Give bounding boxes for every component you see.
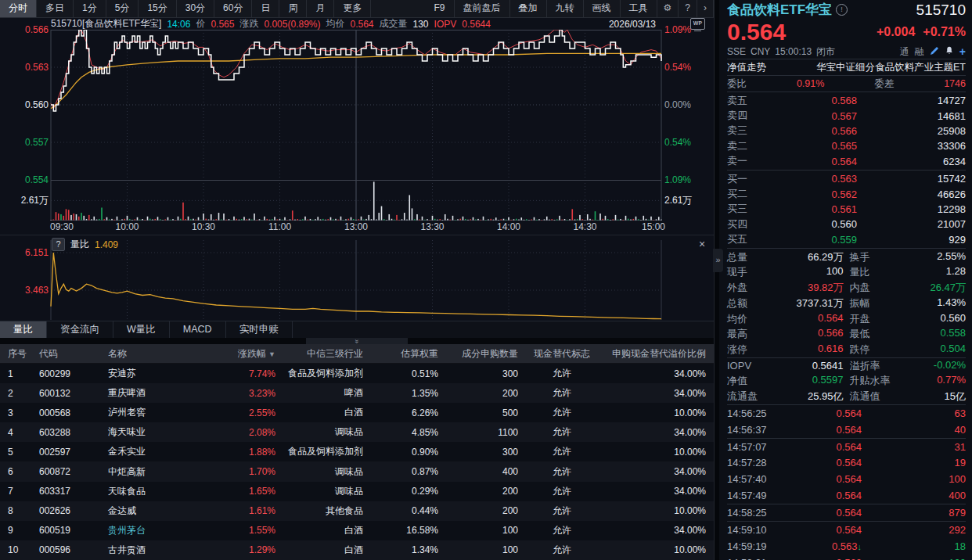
indicator-tab[interactable]: W量比 bbox=[113, 321, 170, 339]
stat-cell: 最低0.558 bbox=[844, 327, 967, 341]
table-row[interactable]: 4603288海天味业2.08%调味品4.85%1100允许34.00% bbox=[0, 422, 714, 442]
bell-icon[interactable] bbox=[945, 46, 954, 58]
table-row[interactable]: 2600132重庆啤酒3.23%啤酒1.35%200允许34.00% bbox=[0, 383, 714, 403]
pencil-icon[interactable] bbox=[930, 46, 939, 58]
industry: 调味品 bbox=[275, 425, 363, 439]
order-book-row: 卖二0.56533306 bbox=[727, 138, 966, 153]
cash-substitute-flag: 允许 bbox=[518, 367, 606, 380]
indicator-tab[interactable]: 实时申赎 bbox=[226, 321, 293, 339]
stock-code: 600872 bbox=[38, 466, 106, 477]
cash-substitute-premium: 10.00% bbox=[606, 407, 714, 418]
column-header[interactable]: 中信三级行业 bbox=[275, 347, 363, 361]
stat-value: 66.29万 bbox=[808, 250, 844, 264]
tick-row: 14:58:250.564879 bbox=[727, 504, 966, 522]
column-header[interactable]: 估算权重 bbox=[363, 347, 438, 361]
stat-cell: 换手2.55% bbox=[844, 250, 967, 264]
margin-badge-tong[interactable]: 通 bbox=[900, 45, 909, 59]
table-row[interactable]: 6600872中炬高新1.70%调味品0.87%400允许34.00% bbox=[0, 461, 714, 481]
period-menu: 分时多日1分5分15分30分60分日周月更多 bbox=[0, 0, 371, 17]
tick-volume: 63 bbox=[862, 407, 966, 419]
tick-row: 14:56:250.56463 bbox=[727, 405, 966, 422]
table-row[interactable]: 9600519贵州茅台1.55%白酒16.58%100允许34.00% bbox=[0, 521, 714, 540]
tick-price: 0.564 bbox=[782, 441, 862, 453]
nav-trend-link[interactable]: 净值走势 bbox=[727, 61, 766, 74]
indicator-tab[interactable]: 资金流向 bbox=[47, 321, 113, 339]
menu-item[interactable]: 15分 bbox=[139, 0, 176, 17]
menu-item[interactable]: 1分 bbox=[74, 0, 106, 17]
margin-badge-rong[interactable]: 融 bbox=[915, 45, 924, 59]
menu-item[interactable]: 盘前盘后 bbox=[455, 0, 510, 17]
stat-label: 最低 bbox=[850, 327, 870, 341]
stat-cell: 均价0.564 bbox=[727, 312, 844, 326]
stat-label: 开盘 bbox=[850, 312, 870, 326]
menu-item[interactable]: 工具 bbox=[621, 0, 657, 17]
volume-ratio-panel[interactable]: ? 量比 1.409 × 6.1513.463 bbox=[0, 235, 714, 321]
cash-substitute-flag: 允许 bbox=[518, 445, 606, 458]
table-row[interactable]: 10000596古井贡酒1.29%白酒1.34%100允许10.00% bbox=[0, 540, 714, 560]
help-icon[interactable]: ? bbox=[52, 238, 65, 251]
sort-desc-icon: ▼ bbox=[268, 350, 275, 358]
iopv-value: 0.5644 bbox=[462, 19, 491, 30]
expand-icon[interactable]: › bbox=[697, 0, 714, 17]
price-label: 价 bbox=[196, 17, 205, 31]
menu-item[interactable]: 60分 bbox=[214, 0, 252, 17]
column-header[interactable]: 现金替代标志 bbox=[518, 347, 606, 361]
add-icon[interactable]: + bbox=[959, 45, 966, 58]
cash-substitute-premium: 10.00% bbox=[606, 505, 714, 516]
stat-row: 外盘39.82万内盘26.47万 bbox=[727, 280, 966, 296]
menu-item[interactable]: 多日 bbox=[37, 0, 74, 17]
axis-tick-label: 2.61万 bbox=[664, 195, 713, 206]
column-header[interactable]: 序号 bbox=[0, 347, 38, 361]
indicator-tab[interactable]: MACD bbox=[170, 321, 226, 339]
tick-row: 14:57:490.564400 bbox=[727, 487, 966, 504]
menu-item[interactable]: 分时 bbox=[0, 0, 37, 17]
stat-row: IOPV0.5641溢折率-0.02% bbox=[727, 357, 966, 374]
column-header[interactable]: 涨跌幅▼ bbox=[199, 347, 275, 361]
stock-name: 食品饮料ETF华宝 bbox=[727, 1, 832, 19]
column-header[interactable]: 代码 bbox=[38, 347, 106, 361]
tick-time: 14:57:07 bbox=[727, 441, 782, 453]
menubar: 分时多日1分5分15分30分60分日周月更多 F9盘前盘后叠加九转画线工具⚙?› bbox=[0, 0, 714, 18]
table-row[interactable]: 5002597金禾实业1.88%食品及饲料添加剂0.90%300允许10.00% bbox=[0, 442, 714, 461]
stat-value: 3737.31万 bbox=[797, 296, 844, 311]
menu-item[interactable]: 周 bbox=[279, 0, 307, 17]
column-header[interactable]: 成分申购数量 bbox=[438, 347, 518, 361]
info-icon[interactable]: ! bbox=[836, 4, 848, 16]
time-tick-label: 10:00 bbox=[115, 221, 139, 232]
fund-nav-row[interactable]: 净值走势 华宝中证细分食品饮料产业主题ET bbox=[727, 59, 966, 76]
order-book-row: 买三0.56112298 bbox=[727, 202, 966, 217]
column-header[interactable]: 名称 bbox=[106, 347, 199, 361]
close-icon[interactable]: × bbox=[696, 239, 708, 251]
menu-item[interactable]: 叠加 bbox=[510, 0, 547, 17]
menu-item[interactable]: F9 bbox=[426, 0, 455, 17]
level-label: 买一 bbox=[727, 172, 765, 186]
table-row[interactable]: 8002626金达威1.61%其他食品0.44%200允许10.00% bbox=[0, 501, 714, 521]
stat-cell: IOPV0.5641 bbox=[727, 360, 844, 372]
table-row[interactable]: 7603317天味食品1.65%调味品0.29%200允许34.00% bbox=[0, 482, 714, 501]
change-pct: 3.23% bbox=[199, 388, 275, 399]
menu-item[interactable]: 九转 bbox=[547, 0, 584, 17]
panel-expand-handle[interactable]: » bbox=[713, 249, 723, 272]
menu-item[interactable]: 日 bbox=[252, 0, 279, 17]
weicha-value: 1746 bbox=[944, 78, 966, 89]
table-row[interactable]: 3000568泸州老窖2.55%白酒6.26%500允许10.00% bbox=[0, 403, 714, 422]
help-icon[interactable]: ? bbox=[679, 0, 697, 17]
indicator-tab[interactable]: 量比 bbox=[0, 321, 47, 339]
axis-tick-label: 1.09% bbox=[664, 174, 713, 185]
intraday-chart[interactable]: 0.5660.5630.5600.5570.5541.09%0.54%0.00%… bbox=[0, 30, 714, 233]
gear-icon[interactable]: ⚙ bbox=[657, 0, 679, 17]
row-index: 1 bbox=[0, 368, 38, 379]
menu-item[interactable]: 画线 bbox=[584, 0, 621, 17]
table-row[interactable]: 1600299安迪苏7.74%食品及饲料添加剂0.51%300允许34.00% bbox=[0, 364, 714, 383]
order-book-row: 卖三0.56625908 bbox=[727, 124, 966, 138]
menu-item[interactable]: 月 bbox=[307, 0, 334, 17]
menu-item[interactable]: 更多 bbox=[334, 0, 371, 17]
cash-substitute-flag: 允许 bbox=[518, 524, 606, 537]
stock-name: 金禾实业 bbox=[106, 445, 199, 458]
collapse-handle[interactable]: » bbox=[306, 338, 408, 344]
menu-item[interactable]: 30分 bbox=[177, 0, 214, 17]
column-header[interactable]: 申购现金替代溢价比例 bbox=[606, 347, 714, 361]
menu-item[interactable]: 5分 bbox=[106, 0, 139, 17]
stats-grid: 总量66.29万换手2.55%现手100量比1.28外盘39.82万内盘26.4… bbox=[727, 248, 966, 404]
constituents-table: 序号代码名称涨跌幅▼中信三级行业估算权重成分申购数量现金替代标志申购现金替代溢价… bbox=[0, 344, 714, 560]
